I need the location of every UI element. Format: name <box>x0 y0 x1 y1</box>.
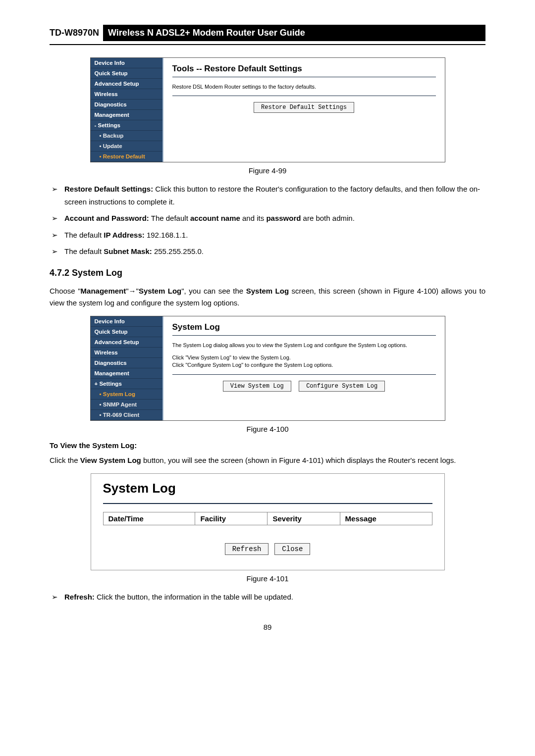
bullet-label: Restore Default Settings: <box>64 185 153 193</box>
configure-system-log-button[interactable]: Configure System Log <box>299 381 385 392</box>
sidebar-item-backup[interactable]: Backup <box>91 131 162 141</box>
view-log-paragraph: Click the View System Log button, you wi… <box>50 454 485 466</box>
panel-divider <box>172 77 436 77</box>
bullet-list-101: Refresh: Click the button, the informati… <box>50 591 485 604</box>
syslog-button-row: Refresh Close <box>103 543 432 555</box>
sidebar-item-device-info[interactable]: Device Info <box>91 58 162 68</box>
sidebar-item-diagnostics[interactable]: Diagnostics <box>91 358 162 368</box>
router-sidebar: Device Info Quick Setup Advanced Setup W… <box>91 58 163 162</box>
router-content: System Log The System Log dialog allows … <box>163 316 445 420</box>
guide-title: Wireless N ADSL2+ Modem Router User Guid… <box>103 25 485 41</box>
button-row: View System Log Configure System Log <box>172 381 436 392</box>
syslog-table: Date/Time Facility Severity Message <box>103 512 432 525</box>
col-datetime: Date/Time <box>103 512 195 525</box>
col-facility: Facility <box>195 512 268 525</box>
sidebar-item-tr069[interactable]: TR-069 Client <box>91 410 162 420</box>
figure-4-99: Device Info Quick Setup Advanced Setup W… <box>90 57 445 162</box>
router-content: Tools -- Restore Default Settings Restor… <box>163 58 445 162</box>
bullet-ip-address: The default IP Address: 192.168.1.1. <box>64 229 485 242</box>
sidebar-item-update[interactable]: Update <box>91 141 162 151</box>
button-row: Restore Default Settings <box>172 102 436 113</box>
bullet-label: Account and Password: <box>64 214 149 222</box>
figure-4-101: System Log Date/Time Facility Severity M… <box>91 473 445 570</box>
figure-caption-100: Figure 4-100 <box>50 425 485 433</box>
col-severity: Severity <box>268 512 340 525</box>
col-message: Message <box>340 512 432 525</box>
sidebar-item-snmp-agent[interactable]: SNMP Agent <box>91 400 162 410</box>
figure-caption-99: Figure 4-99 <box>50 166 485 175</box>
view-system-log-button[interactable]: View System Log <box>223 381 291 392</box>
panel-heading: Tools -- Restore Default Settings <box>172 64 436 74</box>
subheading-view-log: To View the System Log: <box>50 441 485 450</box>
sidebar-item-settings[interactable]: Settings <box>91 120 162 131</box>
document-header: TD-W8970N Wireless N ADSL2+ Modem Router… <box>50 25 485 41</box>
section-472-paragraph: Choose "Management"→"System Log", you ca… <box>50 285 485 309</box>
sidebar-item-system-log[interactable]: System Log <box>91 389 162 400</box>
bullet-account-password: Account and Password: The default accoun… <box>64 212 485 225</box>
sidebar-item-settings[interactable]: Settings <box>91 379 162 389</box>
panel-desc-1: The System Log dialog allows you to view… <box>172 342 436 349</box>
sidebar-item-management[interactable]: Management <box>91 110 162 120</box>
table-header-row: Date/Time Facility Severity Message <box>103 512 432 525</box>
page: TD-W8970N Wireless N ADSL2+ Modem Router… <box>0 0 535 661</box>
syslog-divider <box>103 503 432 504</box>
page-number: 89 <box>50 623 485 631</box>
bullet-refresh: Refresh: Click the button, the informati… <box>64 591 485 604</box>
panel-divider-2 <box>172 374 436 375</box>
sidebar-item-advanced-setup[interactable]: Advanced Setup <box>91 79 162 89</box>
sidebar-item-device-info[interactable]: Device Info <box>91 316 162 327</box>
syslog-heading: System Log <box>103 481 432 496</box>
section-heading-472: 4.7.2 System Log <box>50 268 485 278</box>
sidebar-item-management[interactable]: Management <box>91 368 162 379</box>
sidebar-item-restore-default[interactable]: Restore Default <box>91 151 162 162</box>
router-sidebar: Device Info Quick Setup Advanced Setup W… <box>91 316 163 420</box>
restore-default-settings-button[interactable]: Restore Default Settings <box>254 102 354 113</box>
model-label: TD-W8970N <box>50 25 103 41</box>
figure-caption-101: Figure 4-101 <box>50 574 485 583</box>
panel-desc: Restore DSL Modem Router settings to the… <box>172 83 436 91</box>
header-divider <box>50 44 485 45</box>
panel-heading: System Log <box>172 322 436 332</box>
panel-divider <box>172 335 436 336</box>
sidebar-item-diagnostics[interactable]: Diagnostics <box>91 100 162 110</box>
refresh-button[interactable]: Refresh <box>225 543 269 555</box>
bullet-label: Refresh: <box>64 593 95 601</box>
bullet-subnet-mask: The default Subnet Mask: 255.255.255.0. <box>64 245 485 258</box>
bullet-restore-default: Restore Default Settings: Click this but… <box>64 183 485 208</box>
sidebar-item-wireless[interactable]: Wireless <box>91 89 162 100</box>
sidebar-item-quick-setup[interactable]: Quick Setup <box>91 327 162 337</box>
close-button[interactable]: Close <box>274 543 310 555</box>
bullet-list-99: Restore Default Settings: Click this but… <box>50 183 485 258</box>
sidebar-item-advanced-setup[interactable]: Advanced Setup <box>91 337 162 348</box>
sidebar-item-wireless[interactable]: Wireless <box>91 348 162 358</box>
panel-desc-2: Click "View System Log" to view the Syst… <box>172 354 436 361</box>
figure-4-100: Device Info Quick Setup Advanced Setup W… <box>90 316 445 421</box>
panel-desc-3: Click "Configure System Log" to configur… <box>172 361 436 369</box>
sidebar-item-quick-setup[interactable]: Quick Setup <box>91 68 162 79</box>
panel-divider-2 <box>172 96 436 96</box>
